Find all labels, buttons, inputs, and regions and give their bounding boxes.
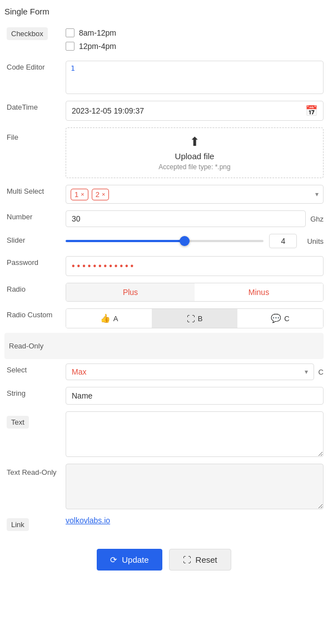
text-readonly-row: Text Read-Only — [4, 461, 324, 512]
radio-minus-label: Minus — [249, 288, 269, 297]
text-readonly-field-cell — [66, 461, 324, 512]
read-only-field-cell — [68, 337, 321, 342]
radio-custom-field-cell: 👍 A ⛶ B 💬 C — [66, 306, 324, 331]
multi-select-field[interactable]: 1 × 2 × ▾ — [66, 185, 324, 204]
radio-custom-group: 👍 A ⛶ B 💬 C — [66, 308, 324, 328]
file-row: File ⬆ Upload file Accepted file type: *… — [4, 125, 324, 180]
select-row: Select Max ▾ C — [4, 361, 324, 382]
multi-select-chevron[interactable]: ▾ — [315, 190, 319, 198]
radio-plus-label: Plus — [123, 288, 138, 297]
radio-custom-label: Radio Custom — [7, 311, 52, 319]
text-textarea[interactable] — [66, 411, 324, 457]
slider-track[interactable] — [66, 240, 264, 242]
string-field-cell: Name — [66, 385, 324, 407]
radio-field-cell: Plus Minus — [66, 281, 324, 304]
radio-custom-option-b[interactable]: ⛶ B — [152, 309, 237, 328]
page-title: Single Form — [4, 7, 324, 16]
datetime-label: DateTime — [7, 103, 38, 111]
slider-label: Slider — [7, 236, 25, 244]
tag-1[interactable]: 1 × — [71, 189, 88, 200]
radio-custom-option-c[interactable]: 💬 C — [237, 309, 323, 328]
text-readonly-label-cell: Text Read-Only — [4, 461, 66, 481]
link-value[interactable]: volkovlabs.io — [66, 516, 110, 525]
radio-custom-label-b: B — [198, 314, 203, 323]
slider-label-cell: Slider — [4, 232, 66, 249]
code-editor-label: Code Editor — [7, 63, 45, 71]
text-row: Text — [4, 409, 324, 459]
radio-label: Radio — [7, 285, 26, 293]
checkbox-label: Checkbox — [7, 27, 48, 40]
radio-custom-option-a[interactable]: 👍 A — [66, 309, 152, 328]
checkbox-box-2[interactable] — [66, 42, 74, 51]
password-row: Password •••••••••••• — [4, 254, 324, 278]
link-label-cell: Link — [4, 514, 66, 535]
read-only-label-cell: Read-Only — [7, 337, 68, 355]
file-label: File — [7, 133, 18, 141]
string-row: String Name — [4, 385, 324, 407]
datetime-field[interactable]: 2023-12-05 19:09:37 📅 — [66, 101, 324, 121]
checkbox-row: Checkbox 8am-12pm 12pm-4pm — [4, 23, 324, 56]
string-value: Name — [72, 391, 92, 400]
radio-custom-label-cell: Radio Custom — [4, 306, 66, 323]
checkbox-item-1[interactable]: 8am-12pm — [66, 28, 116, 37]
number-value: 30 — [72, 214, 81, 223]
page-container: Single Form Checkbox 8am-12pm 12pm-4pm C… — [0, 0, 328, 582]
slider-row: Slider 4 Units — [4, 232, 324, 252]
calendar-icon[interactable]: 📅 — [305, 105, 317, 117]
select-chevron[interactable]: ▾ — [305, 368, 308, 376]
read-only-label: Read-Only — [9, 342, 43, 350]
datetime-label-cell: DateTime — [4, 99, 66, 116]
code-editor-label-cell: Code Editor — [4, 58, 66, 76]
password-label-cell: Password — [4, 254, 66, 271]
multi-select-field-cell: 1 × 2 × ▾ — [66, 183, 324, 206]
checkbox-field-cell: 8am-12pm 12pm-4pm — [66, 23, 324, 56]
number-row: Number 30 Ghz — [4, 208, 324, 229]
radio-custom-icon-a: 👍 — [100, 313, 111, 323]
update-icon: ⟳ — [110, 555, 117, 565]
radio-option-minus[interactable]: Minus — [195, 283, 323, 301]
tag-2-remove[interactable]: × — [102, 191, 105, 198]
checkbox-group: 8am-12pm 12pm-4pm — [66, 25, 116, 54]
file-field-cell: ⬆ Upload file Accepted file type: *.png — [66, 125, 324, 180]
text-readonly-label: Text Read-Only — [7, 468, 57, 476]
datetime-value: 2023-12-05 19:09:37 — [72, 106, 301, 115]
password-dots: •••••••••••• — [72, 261, 136, 271]
multi-select-label: Multi Select — [7, 187, 44, 195]
update-button[interactable]: ⟳ Update — [97, 549, 162, 571]
text-label-cell: Text — [4, 409, 66, 433]
link-row: Link volkovlabs.io — [4, 514, 324, 535]
string-label: String — [7, 389, 26, 397]
tag-2[interactable]: 2 × — [92, 189, 110, 200]
tag-2-value: 2 — [96, 190, 100, 199]
multi-select-label-cell: Multi Select — [4, 183, 66, 200]
radio-option-plus[interactable]: Plus — [66, 283, 195, 301]
number-field[interactable]: 30 — [66, 210, 306, 227]
slider-value-box[interactable]: 4 — [269, 234, 297, 248]
radio-custom-label-a: A — [113, 314, 118, 323]
datetime-row: DateTime 2023-12-05 19:09:37 📅 — [4, 99, 324, 123]
number-field-cell: 30 Ghz — [66, 208, 324, 229]
radio-group: Plus Minus — [66, 283, 324, 302]
tag-1-remove[interactable]: × — [81, 191, 84, 198]
file-label-cell: File — [4, 125, 66, 146]
checkbox-box-1[interactable] — [66, 28, 74, 37]
radio-label-cell: Radio — [4, 281, 66, 298]
checkbox-item-2[interactable]: 12pm-4pm — [66, 42, 116, 51]
text-label: Text — [7, 416, 29, 429]
password-label: Password — [7, 258, 38, 267]
reset-button[interactable]: ⛶ Reset — [169, 549, 231, 571]
password-field[interactable]: •••••••••••• — [66, 256, 324, 276]
radio-custom-label-c: C — [284, 314, 289, 323]
radio-custom-icon-b: ⛶ — [187, 314, 195, 323]
radio-row: Radio Plus Minus — [4, 281, 324, 304]
file-upload-box[interactable]: ⬆ Upload file Accepted file type: *.png — [66, 127, 324, 178]
select-field[interactable]: Max ▾ — [66, 363, 314, 380]
read-only-row: Read-Only — [4, 333, 324, 359]
code-editor-wrap[interactable]: 1 — [66, 61, 324, 94]
checkbox-label-2: 12pm-4pm — [79, 42, 116, 51]
slider-field-cell: 4 Units — [66, 232, 324, 250]
slider-thumb[interactable] — [180, 236, 190, 246]
tag-1-value: 1 — [74, 190, 78, 199]
string-field[interactable]: Name — [66, 387, 324, 405]
select-field-cell: Max ▾ C — [66, 361, 324, 382]
